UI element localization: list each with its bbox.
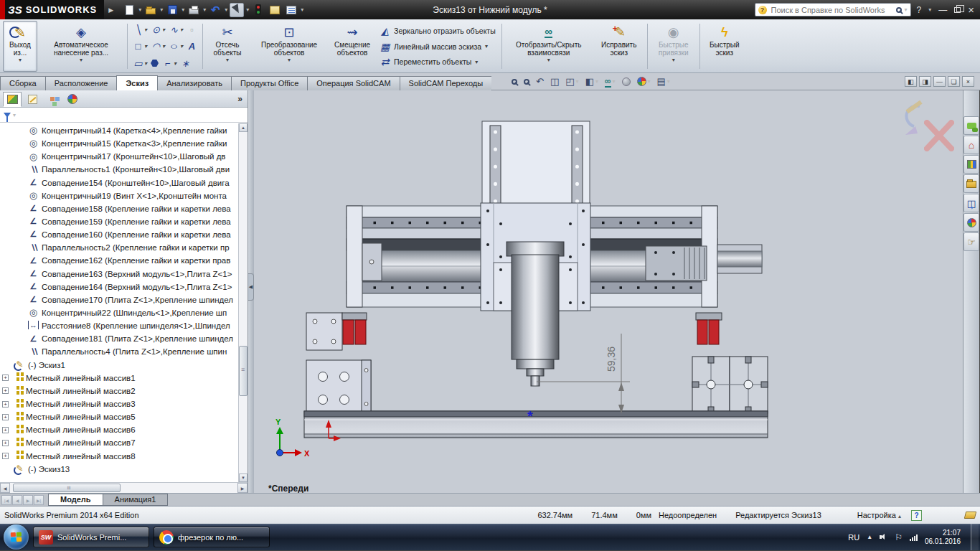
custom-properties-tab[interactable]: ☞ [963, 232, 979, 251]
network-icon[interactable] [910, 534, 918, 541]
edit-appearance-button[interactable] [637, 77, 651, 86]
right-bearing-assembly[interactable] [692, 313, 768, 413]
search-magnifier-icon[interactable] [896, 7, 902, 13]
tree-item[interactable]: + Параллельность1 (Кронштейн<10>,Шаговый… [0, 163, 248, 176]
zoom-area-button[interactable] [524, 79, 529, 85]
tree-vertical-scrollbar[interactable]: ▲ ▼ [238, 123, 248, 482]
quick-snaps-button[interactable]: ◉ Быстрые привязки [650, 21, 697, 72]
shadow-toggle-button[interactable] [622, 77, 631, 86]
help-dropdown[interactable] [928, 7, 931, 13]
configuration-manager-tab[interactable] [43, 92, 62, 107]
tree-horizontal-scrollbar[interactable]: ◀ ▶ [0, 482, 248, 493]
polygon-tool[interactable] [149, 57, 160, 70]
display-relations-button[interactable]: ∞ Отобразить/Скрыть взаимосвязи [504, 21, 593, 72]
hidden-icons-button[interactable]: ▲ [867, 534, 872, 540]
taskbar-app-button[interactable]: фрезерок по лю... [154, 527, 270, 547]
design-library-tab[interactable] [963, 155, 979, 174]
auto-dimension-button[interactable]: ◈ Автоматическое нанесение раз... [37, 21, 125, 72]
pane-left-button[interactable]: ◧ [905, 76, 917, 87]
view-palette-tab[interactable]: ◫ [963, 194, 979, 212]
pane-right-button[interactable]: ◨ [919, 76, 931, 87]
command-tab[interactable]: Анализировать [157, 76, 232, 90]
command-tab[interactable]: Сборка [0, 76, 46, 90]
tree-item[interactable]: + Расстояние8 (Крепление шпинделя<1>,Шпи… [0, 319, 248, 332]
machine-assembly[interactable]: * 59,36 [254, 90, 963, 493]
trim-entities-button[interactable]: ✂ Отсечь объекты [205, 21, 250, 72]
rebuild-button[interactable] [251, 3, 265, 17]
save-dropdown[interactable] [182, 6, 184, 13]
fillet-tool[interactable]: ⌐ [161, 57, 178, 70]
auto-dimension-dropdown[interactable] [80, 57, 83, 63]
minimize-button[interactable]: — [938, 6, 947, 14]
doc-close-button[interactable]: × [962, 76, 974, 87]
select-dropdown[interactable] [246, 6, 249, 13]
scroll-down-button[interactable]: ▼ [239, 474, 248, 482]
tree-item[interactable]: + Параллельность2 (Крепление гайки и кар… [0, 241, 248, 254]
undo-button[interactable]: ↶ [208, 3, 222, 17]
spline-tool[interactable]: ∿ [167, 23, 184, 36]
pick-box-tool[interactable]: ▫ [185, 23, 199, 36]
display-style-button[interactable]: ◧ [585, 77, 598, 86]
move-entities-button[interactable]: ⇄ Переместить объекты [377, 55, 498, 69]
print-dropdown[interactable] [203, 6, 206, 13]
tree-item[interactable]: + Концентричный14 (Каретка<4>,Крепление … [0, 124, 248, 137]
search-scope-dropdown[interactable] [905, 6, 908, 13]
slot-tool[interactable]: ▭ [131, 57, 149, 70]
text-tool[interactable]: A [185, 40, 199, 53]
tree-item[interactable]: + Совпадение160 (Крепление гайки и карет… [0, 228, 248, 241]
action-center-icon[interactable]: ⚐ [895, 532, 903, 542]
language-indicator[interactable]: RU [848, 533, 859, 542]
z-axis-column[interactable] [482, 121, 590, 209]
filter-dropdown[interactable] [13, 112, 16, 118]
sheet-tab[interactable]: Модель [48, 494, 103, 506]
clock[interactable]: 21:07 06.01.2016 [925, 529, 963, 546]
taskbar-app-button[interactable]: SW SolidWorks Premi... [33, 527, 149, 547]
tree-item[interactable]: + Местный линейный массив7 [0, 436, 248, 449]
new-document-button[interactable] [122, 3, 136, 17]
file-explorer-tab[interactable] [963, 174, 979, 193]
scroll-up-button[interactable]: ▲ [239, 123, 248, 132]
section-view-button[interactable]: ◫ [550, 77, 559, 86]
sketch-point[interactable]: * [527, 408, 533, 424]
ellipse-tool[interactable]: ○ [167, 40, 184, 53]
doc-minimize-button[interactable]: — [933, 76, 946, 87]
left-bearing-assembly[interactable] [306, 313, 371, 413]
tree-item[interactable]: + Совпадение154 (Кронштейн<10>,Шаговый д… [0, 176, 248, 189]
open-button[interactable] [143, 3, 158, 17]
filter-funnel-icon[interactable] [4, 113, 11, 118]
tree-item[interactable]: + Совпадение170 (Плита Z<1>,Крепление шп… [0, 293, 248, 306]
property-manager-tab[interactable] [23, 92, 42, 107]
tree-item[interactable]: + Местный линейный массив5 [0, 410, 248, 423]
menu-expand-icon[interactable]: ▶ [108, 6, 113, 14]
show-desktop-button[interactable] [971, 524, 979, 550]
exit-sketch-dropdown[interactable] [19, 57, 22, 63]
save-button[interactable] [165, 3, 179, 17]
h-scroll-thumb[interactable] [13, 484, 121, 492]
tree-item[interactable]: + Местный линейный массив3 [0, 397, 248, 410]
command-tab[interactable]: SolidCAM Переходы [400, 76, 493, 90]
select-tool-button[interactable] [230, 3, 244, 17]
expand-icon[interactable]: + [2, 414, 9, 420]
search-input[interactable] [770, 5, 893, 15]
convert-entities-button[interactable]: ⊡ Преобразование объектов [250, 21, 329, 72]
scroll-right-button[interactable]: ▶ [237, 483, 248, 493]
tree-item[interactable]: + Совпадение181 (Плита Z<1>,Крепление шп… [0, 332, 248, 345]
undo-dropdown[interactable] [225, 6, 227, 13]
zoom-fit-button[interactable] [512, 79, 517, 85]
line-tool[interactable]: ╲ [131, 23, 149, 36]
hide-show-items-button[interactable]: ∞ [605, 76, 616, 88]
appearances-tab[interactable] [963, 213, 979, 232]
tree-item[interactable]: + Концентричный19 (Винт X<1>,Кронштейн м… [0, 189, 248, 202]
apply-scene-button[interactable]: ▤ [657, 77, 670, 86]
tree-item[interactable]: + Местный линейный массив2 [0, 385, 248, 397]
confirm-exit-sketch-icon[interactable] [905, 100, 923, 135]
arc-tool[interactable]: ◠ [149, 40, 166, 53]
expand-icon[interactable]: + [2, 427, 9, 433]
tree-item[interactable]: + (-) Эскиз13 [0, 463, 248, 476]
feature-manager-tab[interactable] [3, 92, 22, 107]
point-tool[interactable]: ∗ [179, 57, 192, 70]
doc-restore-button[interactable]: ❏ [948, 76, 960, 87]
scroll-left-button[interactable]: ◀ [0, 483, 10, 493]
rapid-sketch-button[interactable]: ϟ Быстрый эскиз [702, 21, 747, 72]
tree-item[interactable]: + Концентричный22 (Шпиндель<1>,Крепление… [0, 306, 248, 319]
